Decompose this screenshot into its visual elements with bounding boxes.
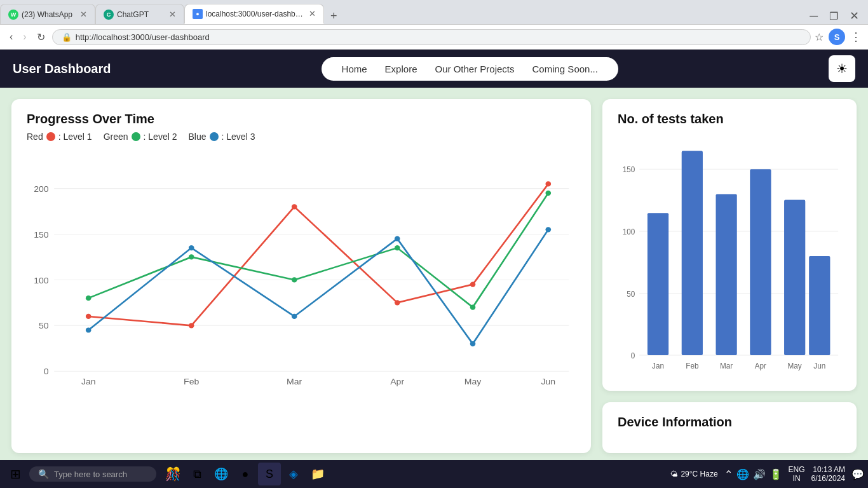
tests-chart-card: No. of tests taken 0 50 100 150 — [602, 99, 857, 391]
svg-text:0: 0 — [44, 367, 49, 377]
taskbar-date: 6/16/2024 — [811, 474, 845, 483]
tab-whatsapp-close[interactable]: ✕ — [80, 10, 87, 19]
nav-explore[interactable]: Explore — [385, 64, 417, 74]
tab-chatgpt-title: ChatGPT — [117, 10, 166, 19]
svg-text:Apr: Apr — [755, 361, 766, 370]
legend-red: Red : Level 1 — [27, 132, 92, 142]
nav-home[interactable]: Home — [342, 64, 367, 74]
legend-green-series: : Level 2 — [144, 132, 177, 142]
bar-chart-svg: 0 50 100 150 — [618, 137, 841, 378]
tab-whatsapp-title: (23) WhatsApp — [22, 10, 77, 19]
green-line — [88, 193, 548, 308]
app-header: User Dashboard Home Explore Our Other Pr… — [0, 50, 868, 88]
taskbar-datetime: 10:13 AM 6/16/2024 — [811, 465, 845, 483]
notification-icon[interactable]: 💬 — [851, 468, 864, 480]
tests-chart-title: No. of tests taken — [618, 112, 841, 126]
minimize-button[interactable]: ─ — [804, 8, 823, 24]
taskbar-app-files[interactable]: 📁 — [306, 463, 329, 485]
tab-dashboard-title: localhost:3000/user-dashboard — [206, 10, 306, 18]
nav-other-projects[interactable]: Our Other Projects — [435, 64, 514, 74]
profile-icon[interactable]: S — [829, 29, 845, 45]
svg-text:May: May — [465, 377, 482, 386]
svg-point-16 — [86, 295, 92, 301]
svg-text:100: 100 — [623, 227, 635, 236]
tab-whatsapp[interactable]: W (23) WhatsApp ✕ — [0, 4, 95, 24]
bar-chart-container: 0 50 100 150 — [618, 137, 841, 378]
region-text: IN — [789, 474, 805, 483]
taskbar-app-taskview[interactable]: ⧉ — [186, 463, 208, 485]
bar-may — [784, 200, 805, 355]
taskbar: ⊞ 🔍 Type here to search 🎊 ⧉ 🌐 ● S ◈ 📁 🌤 … — [0, 460, 868, 488]
taskbar-app-edge[interactable]: 🌐 — [210, 463, 233, 485]
taskbar-app-s[interactable]: S — [258, 463, 281, 485]
svg-point-22 — [86, 327, 92, 332]
network-icon[interactable]: 🌐 — [736, 468, 749, 480]
svg-point-20 — [470, 304, 476, 309]
weather-text: 29°C Haze — [681, 470, 717, 478]
nav-coming-soon[interactable]: Coming Soon... — [532, 64, 598, 74]
legend-red-series: : Level 1 — [58, 132, 92, 142]
taskbar-app-chrome[interactable]: ● — [234, 463, 257, 485]
taskbar-search-box[interactable]: 🔍 Type here to search — [29, 466, 156, 482]
line-chart-svg: 0 50 100 150 200 — [27, 149, 576, 391]
taskbar-search-text: Type here to search — [54, 470, 127, 479]
device-info-title: Device Information — [618, 415, 841, 430]
speaker-icon[interactable]: 🔊 — [753, 468, 766, 480]
svg-point-14 — [470, 281, 476, 287]
taskbar-app-confetti[interactable]: 🎊 — [161, 463, 184, 485]
new-tab-button[interactable]: + — [324, 8, 344, 24]
lock-icon: 🔒 — [62, 32, 72, 42]
reload-button[interactable]: ↻ — [34, 30, 48, 44]
menu-icon[interactable]: ⋮ — [850, 30, 862, 44]
progress-chart-legend: Red : Level 1 Green : Level 2 Blue : Lev… — [27, 132, 576, 142]
device-info-card: Device Information — [602, 402, 857, 453]
arrow-up-icon[interactable]: ⌃ — [724, 468, 733, 480]
svg-point-15 — [545, 181, 551, 186]
svg-text:100: 100 — [34, 276, 49, 285]
taskbar-system-icons: ⌃ 🌐 🔊 🔋 — [724, 468, 782, 480]
battery-icon[interactable]: 🔋 — [770, 468, 782, 480]
svg-text:Apr: Apr — [390, 377, 404, 386]
address-bar[interactable]: 🔒 http://localhost:3000/user-dashboard — [52, 29, 811, 45]
main-content: Progresss Over Time Red : Level 1 Green … — [0, 88, 868, 464]
close-button[interactable]: ✕ — [844, 8, 864, 24]
legend-green-label: Green — [104, 132, 128, 142]
svg-text:Jan: Jan — [81, 377, 96, 386]
dashboard-favicon: ● — [193, 9, 203, 19]
taskbar-app-vscode[interactable]: ◈ — [282, 463, 305, 485]
red-line — [88, 184, 548, 325]
line-chart-container: 0 50 100 150 200 — [27, 149, 576, 391]
language-text: ENG — [789, 465, 805, 474]
svg-text:Mar: Mar — [720, 361, 733, 370]
svg-text:Mar: Mar — [287, 377, 302, 386]
svg-text:50: 50 — [627, 289, 635, 298]
bar-feb — [682, 151, 703, 355]
svg-text:Feb: Feb — [184, 377, 200, 386]
tab-chatgpt[interactable]: C ChatGPT ✕ — [95, 4, 184, 24]
start-button[interactable]: ⊞ — [4, 463, 27, 485]
sun-icon: ☀ — [836, 61, 848, 76]
svg-text:0: 0 — [631, 351, 635, 360]
svg-point-26 — [470, 341, 476, 346]
back-button[interactable]: ‹ — [6, 30, 16, 44]
svg-point-19 — [395, 245, 400, 250]
tab-dashboard[interactable]: ● localhost:3000/user-dashboard ✕ — [184, 4, 324, 24]
theme-toggle-button[interactable]: ☀ — [829, 55, 855, 82]
bar-jun — [809, 256, 830, 355]
svg-point-24 — [292, 314, 297, 319]
svg-text:Jun: Jun — [541, 377, 555, 386]
browser-window: W (23) WhatsApp ✕ C ChatGPT ✕ ● localhos… — [0, 0, 868, 50]
bar-jan — [648, 213, 668, 355]
forward-button[interactable]: › — [20, 30, 29, 44]
svg-text:150: 150 — [623, 165, 635, 174]
taskbar-lang: ENG IN — [789, 465, 805, 483]
address-bar-row: ‹ › ↻ 🔒 http://localhost:3000/user-dashb… — [0, 24, 868, 50]
tab-dashboard-close[interactable]: ✕ — [309, 9, 316, 18]
blue-line — [88, 229, 548, 344]
tab-chatgpt-close[interactable]: ✕ — [169, 10, 176, 19]
maximize-button[interactable]: ❐ — [824, 9, 843, 24]
svg-point-10 — [86, 314, 92, 319]
taskbar-apps: 🎊 ⧉ 🌐 ● S ◈ 📁 — [161, 463, 329, 485]
star-icon[interactable]: ☆ — [815, 31, 824, 43]
legend-blue-series: : Level 3 — [222, 132, 255, 142]
